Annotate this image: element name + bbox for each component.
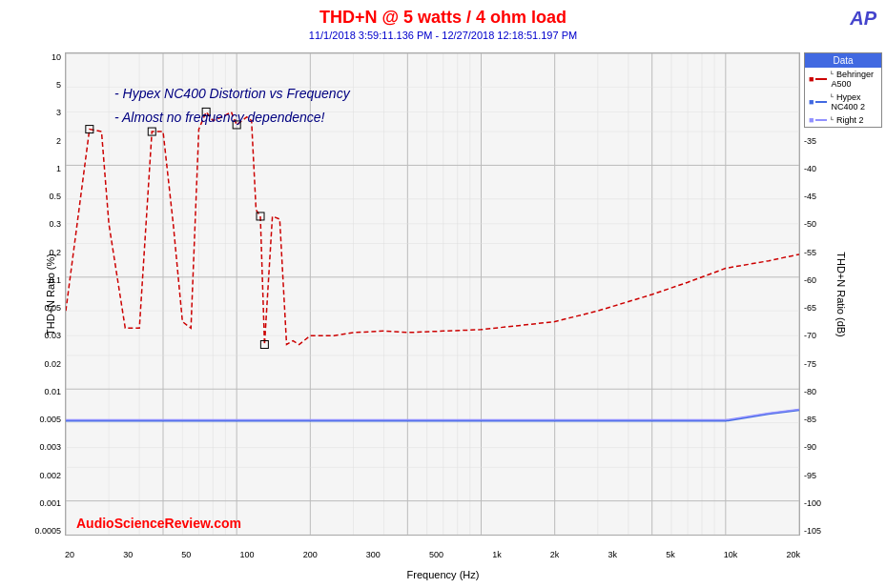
y-tick-left: 0.3 xyxy=(49,219,61,229)
y-tick-left: 0.02 xyxy=(44,359,61,369)
y-tick-right: -60 xyxy=(804,275,816,285)
y-tick-left: 0.03 xyxy=(44,331,61,340)
ap-logo: AP xyxy=(850,8,876,30)
y-tick-right: -40 xyxy=(804,164,816,173)
x-tick: 20k xyxy=(786,550,800,559)
y-tick-left: 0.01 xyxy=(44,387,61,396)
legend-label-2: ᴸ Right 2 xyxy=(831,115,863,125)
x-tick: 300 xyxy=(366,550,381,559)
y-tick-left: 0.5 xyxy=(49,192,61,201)
y-tick-right: -35 xyxy=(804,136,816,146)
x-tick: 50 xyxy=(181,550,191,559)
x-axis: 2030501002003005001k2k3k5k10k20k xyxy=(65,550,800,559)
x-tick: 200 xyxy=(303,550,318,559)
y-tick-right: -55 xyxy=(804,248,816,257)
legend-label-0: ᴸ Behringer A500 xyxy=(831,70,877,89)
legend: Data ■ ᴸ Behringer A500 ■ ᴸ Hypex NC400 … xyxy=(804,52,882,128)
y-tick-left: 0.001 xyxy=(39,498,61,508)
annotation-line1: - Hypex NC400 Distortion vs Frequency xyxy=(114,86,350,101)
y-tick-left: 0.05 xyxy=(44,303,61,313)
x-tick: 10k xyxy=(724,550,738,559)
x-tick: 20 xyxy=(65,550,74,559)
legend-item-1: ■ ᴸ Hypex NC400 2 xyxy=(805,91,881,113)
x-tick: 100 xyxy=(239,550,254,559)
y-tick-left: 0.0005 xyxy=(34,526,61,536)
y-tick-left: 0.005 xyxy=(39,415,61,424)
y-tick-right: -100 xyxy=(804,498,821,508)
chart-subtitle: 11/1/2018 3:59:11.136 PM - 12/27/2018 12… xyxy=(0,30,886,41)
x-tick: 2k xyxy=(550,550,560,559)
y-tick-right: -80 xyxy=(804,387,816,396)
y-tick-right: -70 xyxy=(804,331,816,340)
annotation-line2: - Almost no frequency dependence! xyxy=(114,110,325,125)
x-axis-label: Frequency (Hz) xyxy=(407,569,480,580)
legend-header: Data xyxy=(805,53,881,68)
x-tick: 30 xyxy=(123,550,133,559)
watermark: AudioScienceReview.com xyxy=(76,516,241,531)
y-tick-right: -45 xyxy=(804,192,816,201)
y-tick-left: 0.003 xyxy=(39,442,61,452)
x-tick: 5k xyxy=(666,550,675,559)
y-tick-right: -95 xyxy=(804,471,816,480)
x-tick: 500 xyxy=(429,550,443,559)
x-tick: 1k xyxy=(492,550,502,559)
y-tick-right: -85 xyxy=(804,415,816,424)
y-tick-left: 0.1 xyxy=(49,275,61,285)
chart-plot-area xyxy=(65,52,800,536)
y-tick-right: -65 xyxy=(804,303,816,313)
legend-label-1: ᴸ Hypex NC400 2 xyxy=(831,92,877,112)
y-tick-right: -75 xyxy=(804,359,816,369)
y-tick-left: 0.002 xyxy=(39,471,61,480)
y-tick-left: 0.2 xyxy=(49,248,61,257)
legend-item-2: ■ ᴸ Right 2 xyxy=(805,113,881,127)
y-tick-left: 5 xyxy=(56,80,61,90)
y-tick-left: 10 xyxy=(52,52,61,62)
chart-title: THD+N @ 5 watts / 4 ohm load xyxy=(0,0,886,28)
y-tick-left: 2 xyxy=(56,136,61,146)
legend-item-0: ■ ᴸ Behringer A500 xyxy=(805,68,881,91)
x-tick: 3k xyxy=(608,550,617,559)
y-axis-left: 1053210.50.30.20.10.050.030.020.010.0050… xyxy=(0,52,65,536)
y-tick-right: -105 xyxy=(804,526,821,536)
y-tick-left: 3 xyxy=(56,108,61,117)
y-tick-left: 1 xyxy=(56,164,61,173)
y-tick-right: -90 xyxy=(804,442,816,452)
chart-container: THD+N @ 5 watts / 4 ohm load 11/1/2018 3… xyxy=(0,0,886,588)
y-tick-right: -50 xyxy=(804,219,816,229)
